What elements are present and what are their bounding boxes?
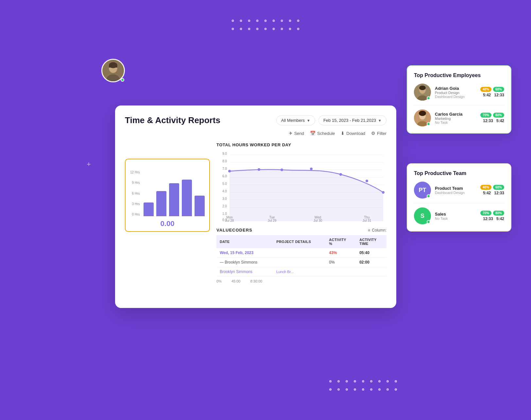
productive-employees-title: Top Productive Employees xyxy=(414,73,504,78)
team-2-task: No Task xyxy=(435,217,476,220)
table-header: DATE PROJECT DETAILS ACTIVITY% ACTIVITYT… xyxy=(216,235,386,248)
productive-team-title: Top Productive Team xyxy=(414,170,504,176)
team-1-badges: 48% 68% xyxy=(480,185,504,190)
emp-2-times: 12:33 5:42 xyxy=(483,119,504,123)
emp-1-name: Adrian Goia xyxy=(435,86,476,91)
table-row: Brooklyn Simmons Lunch Br... xyxy=(216,267,386,277)
svg-text:6.0: 6.0 xyxy=(222,174,227,178)
team-2-avatar-wrap: S xyxy=(414,207,431,224)
date-range-dropdown[interactable]: Feb 15, 2023 - Feb 21,2023 ▼ xyxy=(318,115,386,125)
team-1-name: Product Team xyxy=(435,186,476,191)
team-1-stats: 48% 68% 5:42 12:33 xyxy=(480,185,504,195)
team-2-info: Sales No Task xyxy=(435,212,476,220)
svg-text:Jul 30: Jul 30 xyxy=(314,219,322,222)
emp-1-info: Adrian Goia Product Design Dashboard Des… xyxy=(435,86,476,99)
toolbar: ✈ Send 📅 Schedule ⬇ Download ⚙ Filter xyxy=(125,131,386,136)
emp-2-stats: 70% 80% 12:33 5:42 xyxy=(480,113,504,123)
emp-1-time1: 5:42 xyxy=(483,93,491,97)
svg-text:3.0: 3.0 xyxy=(222,197,227,201)
team-1-online-dot xyxy=(427,194,430,198)
svg-point-41 xyxy=(419,86,426,90)
main-card: Time & Activity Reports All Members ▼ Fe… xyxy=(115,105,396,308)
column-toggle[interactable]: ≡ Column: xyxy=(368,228,386,233)
chevron-down-icon: ▼ xyxy=(307,119,310,122)
chevron-down-icon: ▼ xyxy=(378,119,382,122)
emp-2-info: Carlos Garcia Marketing No Task xyxy=(435,112,476,124)
plus-decoration: + xyxy=(87,160,91,169)
svg-text:Jul 28: Jul 28 xyxy=(225,219,234,222)
row-activity-pct: 0% xyxy=(326,258,356,267)
emp-2-badge-1: 70% xyxy=(480,113,491,118)
svg-text:Jul 29: Jul 29 xyxy=(268,219,277,222)
send-button[interactable]: ✈ Send xyxy=(289,131,304,136)
emp-1-role: Product Design xyxy=(435,91,476,95)
svg-point-24 xyxy=(258,168,260,171)
header-controls: All Members ▼ Feb 15, 2023 - Feb 21,2023… xyxy=(276,115,386,125)
column-icon: ≡ xyxy=(368,228,370,233)
svg-text:2.0: 2.0 xyxy=(222,204,227,208)
emp-1-badge-green: 68% xyxy=(493,87,504,92)
productive-employees-card: Top Productive Employees Adrian Goia Pro… xyxy=(407,65,511,134)
table-section: VALUECODERS ≡ Column: DATE PROJECT DETAI… xyxy=(216,228,386,283)
right-panel: TOTAL HOURS WORKED PER DAY 9.0 8.0 7.0 6… xyxy=(216,142,386,283)
team-2-online-dot xyxy=(427,220,430,224)
bar-2 xyxy=(156,191,166,216)
team-row-2: S Sales No Task 70% 80% 12:33 5:42 xyxy=(414,207,504,224)
download-icon: ⬇ xyxy=(341,131,345,136)
emp-2-time2: 5:42 xyxy=(496,119,504,123)
emp-1-badges: 48% 68% xyxy=(480,87,504,92)
emp-1-badge-orange: 48% xyxy=(480,87,491,92)
user-online-dot xyxy=(121,78,124,82)
emp-2-avatar-wrap xyxy=(414,109,431,126)
card-header: Time & Activity Reports All Members ▼ Fe… xyxy=(125,115,386,125)
team-1-badge-1: 48% xyxy=(480,185,491,190)
line-chart-svg: 9.0 8.0 7.0 6.0 5.0 4.0 3.0 2.0 1.0 0.0 xyxy=(216,150,386,222)
row-activity-time: 02:00 xyxy=(356,258,386,267)
team-1-info: Product Team Dashboard Design xyxy=(435,186,476,195)
team-2-time2: 5:42 xyxy=(496,217,504,221)
row-activity-pct: 43% xyxy=(326,248,356,258)
team-2-badges: 70% 80% xyxy=(480,211,504,216)
svg-point-25 xyxy=(281,169,283,171)
team-2-name: Sales xyxy=(435,212,476,217)
bottom-stats-bar: 0% 45:00 8:30:00 xyxy=(216,279,386,283)
team-1-time1: 5:42 xyxy=(483,191,491,195)
send-icon: ✈ xyxy=(289,131,293,136)
team-1-badge-2: 68% xyxy=(493,185,504,190)
team-1-time2: 12:33 xyxy=(494,191,504,195)
col-date: DATE xyxy=(216,235,273,248)
schedule-button[interactable]: 📅 Schedule xyxy=(310,131,335,136)
emp-2-badges: 70% 80% xyxy=(480,113,504,118)
emp-1-time2: 12:33 xyxy=(494,93,504,97)
line-chart-wrap: 9.0 8.0 7.0 6.0 5.0 4.0 3.0 2.0 1.0 0.0 xyxy=(216,150,386,222)
svg-text:8.0: 8.0 xyxy=(222,159,227,163)
svg-point-28 xyxy=(366,180,368,182)
row-name: Brooklyn Simmons xyxy=(216,267,273,277)
svg-point-26 xyxy=(310,168,313,170)
user-avatar xyxy=(101,59,125,82)
user-avatar-wrap xyxy=(101,59,125,82)
filter-button[interactable]: ⚙ Filter xyxy=(371,131,386,136)
bar-5 xyxy=(195,196,205,216)
bar-1 xyxy=(144,202,154,216)
y-axis: 12 Hrs 9 Hrs 6 Hrs 3 Hrs 0 Hrs xyxy=(130,170,141,216)
row-date: Wed, 15 Feb, 2023 xyxy=(216,248,273,258)
dot-grid-top xyxy=(232,20,300,30)
emp-1-stats: 48% 68% 5:42 12:33 xyxy=(480,87,504,97)
employee-row-1: Adrian Goia Product Design Dashboard Des… xyxy=(414,84,504,101)
col-activity-time: ACTIVITYTIME xyxy=(356,235,386,248)
team-2-badge-2: 80% xyxy=(493,211,504,216)
members-dropdown[interactable]: All Members ▼ xyxy=(276,115,315,125)
svg-text:4.0: 4.0 xyxy=(222,189,227,193)
team-1-task: Dashboard Design xyxy=(435,191,476,195)
divider xyxy=(414,105,504,105)
row-activity-time: 05:40 xyxy=(356,248,386,258)
data-table: DATE PROJECT DETAILS ACTIVITY% ACTIVITYT… xyxy=(216,235,386,277)
schedule-icon: 📅 xyxy=(310,131,316,136)
svg-text:9.0: 9.0 xyxy=(222,152,227,155)
svg-point-27 xyxy=(339,173,342,176)
bar-3 xyxy=(169,183,179,216)
bar-4 xyxy=(182,180,192,216)
row-member: — Brooklyn Simmons xyxy=(216,258,273,267)
download-button[interactable]: ⬇ Download xyxy=(341,131,365,136)
